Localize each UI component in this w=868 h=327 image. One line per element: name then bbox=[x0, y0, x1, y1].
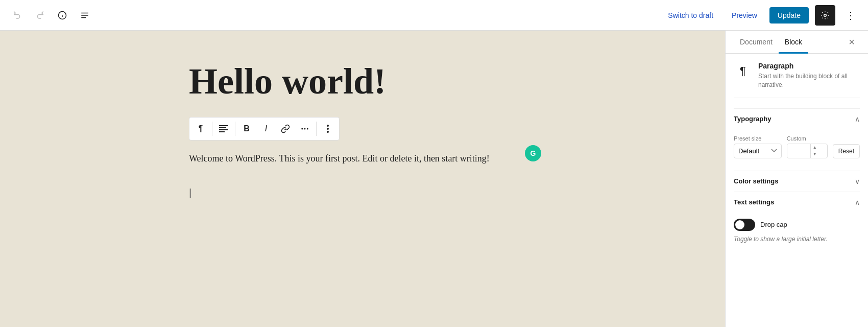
custom-label: Custom bbox=[787, 135, 828, 142]
switch-to-draft-button[interactable]: Switch to draft bbox=[662, 8, 719, 22]
svg-point-15 bbox=[327, 128, 329, 130]
redo-button[interactable] bbox=[31, 6, 49, 25]
block-name: Paragraph bbox=[758, 62, 860, 70]
svg-point-11 bbox=[301, 128, 303, 130]
preset-col: Preset size DefaultSmallMediumLargeExtra… bbox=[734, 135, 782, 158]
align-button[interactable] bbox=[214, 120, 233, 138]
grammarly-button[interactable]: G bbox=[525, 145, 541, 161]
spin-up-button[interactable]: ▲ bbox=[811, 144, 819, 151]
sidebar-close-button[interactable]: × bbox=[843, 34, 860, 50]
drop-cap-row: Drop cap bbox=[734, 219, 860, 231]
svg-rect-8 bbox=[219, 127, 226, 128]
toolbar-right: Switch to draft Preview Update ⋮ bbox=[662, 5, 860, 26]
drop-cap-note: Toggle to show a large initial letter. bbox=[734, 235, 860, 244]
sidebar-body: ¶ Paragraph Start with the building bloc… bbox=[726, 54, 868, 327]
text-settings-section: Drop cap Toggle to show a large initial … bbox=[734, 213, 860, 250]
svg-point-6 bbox=[824, 14, 827, 16]
toolbar-divider-2 bbox=[235, 122, 235, 136]
custom-col: Custom ▲ ▼ bbox=[787, 135, 828, 158]
toolbar-left bbox=[8, 6, 94, 25]
right-sidebar: Document Block × ¶ Paragraph Start with … bbox=[725, 31, 868, 327]
svg-rect-7 bbox=[219, 125, 228, 126]
toolbar-divider-3 bbox=[316, 122, 317, 136]
preset-size-select[interactable]: DefaultSmallMediumLargeExtra Large bbox=[734, 144, 782, 158]
typography-toggle-icon: ∧ bbox=[855, 115, 860, 123]
main-area: Hello world! ¶ B I bbox=[0, 31, 868, 327]
color-settings-toggle-icon: ∨ bbox=[855, 177, 860, 185]
more-formatting-button[interactable] bbox=[296, 120, 314, 138]
block-description: Start with the building block of all nar… bbox=[758, 72, 860, 89]
editor-content: Hello world! ¶ B I bbox=[189, 61, 536, 204]
formatting-toolbar: ¶ B I bbox=[189, 117, 340, 141]
paragraph-icon: ¶ bbox=[199, 124, 203, 133]
svg-rect-10 bbox=[219, 131, 225, 132]
text-settings-toggle-icon: ∧ bbox=[855, 198, 860, 206]
bold-button[interactable]: B bbox=[237, 120, 256, 138]
more-options-button[interactable]: ⋮ bbox=[841, 6, 860, 25]
reset-button[interactable]: Reset bbox=[833, 144, 860, 158]
svg-point-16 bbox=[327, 131, 329, 133]
text-cursor: | bbox=[189, 187, 191, 199]
svg-point-14 bbox=[327, 125, 329, 127]
italic-button[interactable]: I bbox=[257, 120, 275, 138]
top-bar: Switch to draft Preview Update ⋮ bbox=[0, 0, 868, 31]
typography-section-header[interactable]: Typography ∧ bbox=[734, 108, 860, 129]
color-settings-section-header[interactable]: Color settings ∨ bbox=[734, 171, 860, 192]
preset-label: Preset size bbox=[734, 135, 782, 142]
custom-spinner: ▲ ▼ bbox=[810, 144, 819, 158]
italic-icon: I bbox=[265, 124, 267, 133]
paragraph-format-button[interactable]: ¶ bbox=[191, 120, 210, 138]
toolbar-divider-1 bbox=[212, 122, 212, 136]
svg-point-12 bbox=[304, 128, 306, 130]
preset-custom-row: Preset size DefaultSmallMediumLargeExtra… bbox=[734, 135, 860, 158]
bold-icon: B bbox=[244, 124, 250, 133]
drop-cap-label: Drop cap bbox=[760, 221, 787, 228]
text-settings-title: Text settings bbox=[734, 198, 774, 206]
settings-button[interactable] bbox=[815, 5, 835, 26]
update-button[interactable]: Update bbox=[769, 7, 809, 24]
editor-canvas[interactable]: Hello world! ¶ B I bbox=[0, 31, 725, 327]
more-options-format-button[interactable] bbox=[319, 120, 337, 138]
custom-input-wrap: ▲ ▼ bbox=[787, 144, 828, 158]
spin-down-button[interactable]: ▼ bbox=[811, 151, 819, 158]
typography-title: Typography bbox=[734, 115, 771, 123]
svg-rect-9 bbox=[219, 129, 228, 130]
typography-section: Preset size DefaultSmallMediumLargeExtra… bbox=[734, 129, 860, 171]
custom-size-input[interactable] bbox=[787, 144, 810, 158]
link-button[interactable] bbox=[276, 120, 295, 138]
list-view-button[interactable] bbox=[76, 6, 94, 25]
info-button[interactable] bbox=[53, 6, 71, 25]
block-info: ¶ Paragraph Start with the building bloc… bbox=[734, 62, 860, 98]
post-content[interactable]: Welcome to WordPress. This is your first… bbox=[189, 151, 536, 167]
block-paragraph-icon: ¶ bbox=[734, 62, 752, 80]
drop-cap-toggle[interactable] bbox=[734, 219, 755, 231]
tab-document[interactable]: Document bbox=[734, 31, 779, 54]
sidebar-tabs: Document Block × bbox=[726, 31, 868, 54]
color-settings-title: Color settings bbox=[734, 177, 778, 185]
cursor-area[interactable]: | bbox=[189, 182, 536, 204]
toggle-knob bbox=[735, 220, 744, 229]
undo-button[interactable] bbox=[8, 6, 27, 25]
text-settings-section-header[interactable]: Text settings ∧ bbox=[734, 192, 860, 213]
tab-block[interactable]: Block bbox=[779, 31, 808, 54]
block-info-text: Paragraph Start with the building block … bbox=[758, 62, 860, 89]
svg-point-13 bbox=[307, 128, 308, 130]
preview-button[interactable]: Preview bbox=[726, 8, 763, 22]
post-title[interactable]: Hello world! bbox=[189, 61, 536, 102]
